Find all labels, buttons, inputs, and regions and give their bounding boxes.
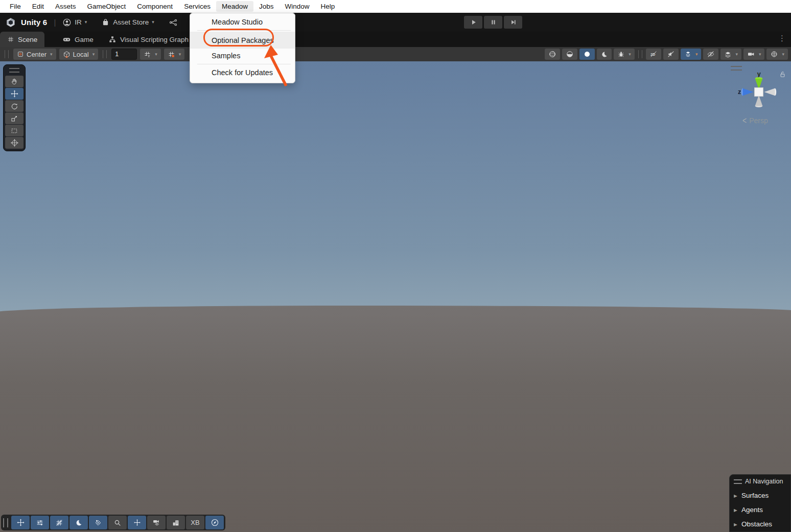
tab-options-kebab-icon[interactable]: ⋮ [778,34,786,43]
asset-store-menu[interactable]: Asset Store ▾ [101,18,154,27]
scene-viewport[interactable] [0,61,791,532]
chevron-down-icon: ▾ [735,52,738,57]
unity-toolbar: Unity 6 | IR ▾ Asset Store ▾ [0,13,791,32]
toolbar-separator [638,50,642,58]
tab-game[interactable]: Game [55,32,101,47]
scale-tool-button[interactable] [5,112,24,124]
foldout-arrow-icon: ▶ [734,522,737,526]
menu-assets[interactable]: Assets [50,1,82,12]
effects-toggle-button[interactable]: ▾ [681,49,702,60]
foldout-surfaces[interactable]: ▶ Surfaces [734,492,790,499]
shading-shaded-button[interactable] [562,49,577,60]
cube-icon [63,51,71,58]
orientation-mode-button[interactable]: Local ▾ [59,49,99,60]
transform-tool-button[interactable] [5,137,24,149]
compass-overlay-button[interactable] [205,516,224,529]
tab-scene-label: Scene [18,36,37,43]
projection-toggle[interactable]: < Persp [742,117,768,125]
toolbar-separator [103,50,107,58]
view-options-overlay: XB [1,515,225,530]
account-menu[interactable]: IR ▾ [62,18,87,27]
search-overlay-button[interactable] [108,516,127,529]
menu-meadow[interactable]: Meadow [216,1,253,12]
projection-label: Persp [749,117,768,125]
audio-muted-icon [667,50,675,58]
grid-icon [7,36,14,43]
menu-item-samples[interactable]: Samples [190,49,295,63]
toolbar-drag-handle[interactable] [5,50,9,58]
snap-increment-input[interactable] [111,49,137,60]
camera-settings-button[interactable]: ▾ [743,49,765,60]
pivot-mode-button[interactable]: Center ▾ [13,49,56,60]
buildings-overlay-button[interactable] [167,516,185,529]
overlay-drag-handle[interactable] [3,518,8,527]
menu-component[interactable]: Component [131,1,178,12]
transform-handles-overlay-button[interactable] [128,516,146,529]
overlay-drag-handle[interactable] [734,479,742,484]
debug-dropdown-button[interactable]: ▾ [614,49,635,60]
hand-tool-button[interactable] [5,76,24,87]
grid-snap-icon [144,51,151,58]
effects-stack-icon [684,51,692,58]
chevron-down-icon: ▾ [85,20,87,25]
xb-overlay-button[interactable]: XB [186,516,204,529]
foldout-agents[interactable]: ▶ Agents [734,506,790,514]
menu-edit[interactable]: Edit [27,1,50,12]
menu-services[interactable]: Services [178,1,216,12]
chevron-down-icon: ▾ [782,52,784,57]
gizmo-center-cube [755,88,763,97]
2d-toggle-button[interactable] [646,49,661,60]
overlay-drag-handle[interactable] [9,68,19,73]
diamond-grid-overlay-button[interactable] [89,516,107,529]
unity-editor-window: File Edit Assets GameObject Component Se… [0,0,791,532]
chevron-down-icon: ▾ [759,52,761,57]
foldout-label: Agents [741,506,763,514]
menu-help[interactable]: Help [315,1,340,12]
menu-window[interactable]: Window [279,1,315,12]
foldout-arrow-icon: ▶ [734,507,737,512]
menu-item-meadow-studio[interactable]: Meadow Studio [190,15,295,29]
axis-neg-cone [764,88,775,96]
rect-tool-button[interactable] [5,125,24,136]
axis-gizmo[interactable]: y z [737,71,780,113]
grid-visibility-button[interactable]: ▾ [164,49,185,60]
chevron-down-icon: ▾ [629,52,631,57]
account-icon [62,18,72,27]
gizmo-sphere-icon [770,50,778,58]
scene-visibility-button[interactable] [703,49,718,60]
menu-file[interactable]: File [4,1,27,12]
step-button[interactable] [504,16,522,29]
move-tool-button[interactable] [5,88,24,100]
meadow-dropdown-menu: Meadow Studio Optional Packages Samples … [190,13,295,83]
shading-wireframe-button[interactable] [545,49,560,60]
audio-toggle-button[interactable] [663,49,679,60]
menu-gameobject[interactable]: GameObject [82,1,132,12]
menu-item-check-for-updates[interactable]: Check for Updates [190,65,295,80]
tab-scene[interactable]: Scene [0,32,44,47]
grid-slash-overlay-button[interactable] [50,516,68,529]
axis-z-label: z [738,88,741,96]
rotate-tool-button[interactable] [5,100,24,112]
camera-preview-overlay-button[interactable] [147,516,166,529]
overlay-drag-handle[interactable] [731,66,742,71]
chevron-down-icon: ▾ [152,20,154,25]
menu-item-optional-packages[interactable]: Optional Packages [190,32,295,49]
tab-game-label: Game [75,36,94,43]
move-overlay-button[interactable] [11,516,30,529]
menu-jobs[interactable]: Jobs [253,1,280,12]
pause-button[interactable] [484,16,502,29]
version-control-icon[interactable] [169,18,178,27]
foldout-arrow-icon: ▶ [734,493,737,498]
skybox-toggle-button[interactable] [597,49,612,60]
axis-neg-cone [755,95,763,106]
ai-navigation-overlay: AI Navigation ▶ Surfaces ▶ Agents ▶ Obst… [729,474,791,532]
overlays-dropdown-button[interactable]: ▾ [720,49,741,60]
foldout-obstacles[interactable]: ▶ Obstacles [734,520,790,528]
sliders-overlay-button[interactable] [31,516,49,529]
play-button[interactable] [464,16,482,29]
tab-visual-scripting-graph[interactable]: Visual Scripting Graph [101,32,196,47]
lighting-toggle-button[interactable] [579,49,595,60]
grid-snap-button[interactable]: ▾ [140,49,161,60]
gizmos-dropdown-button[interactable]: ▾ [766,49,788,60]
moon-overlay-button[interactable] [69,516,88,529]
